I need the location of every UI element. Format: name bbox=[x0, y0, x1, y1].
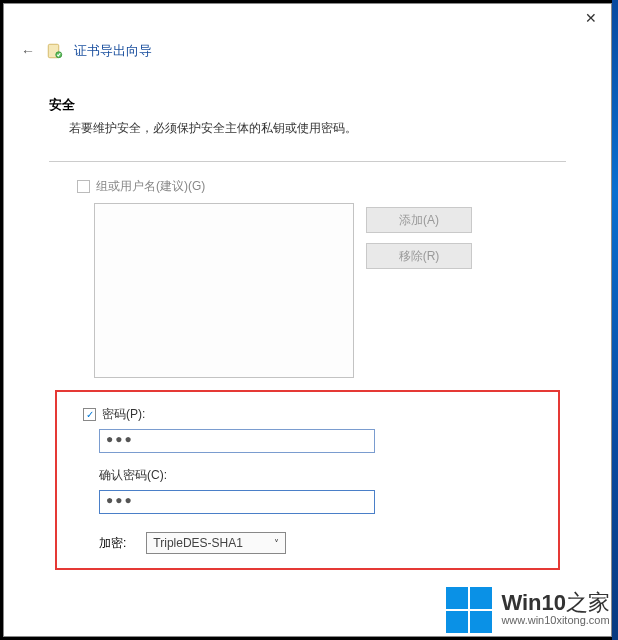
section-heading-security: 安全 bbox=[49, 96, 566, 114]
encryption-select[interactable]: TripleDES-SHA1 ˅ bbox=[146, 532, 286, 554]
windows-logo-icon bbox=[445, 586, 493, 634]
content-area: 安全 若要维护安全，必须保护安全主体的私钥或使用密码。 组或用户名(建议)(G)… bbox=[4, 66, 611, 570]
back-arrow-icon[interactable]: ← bbox=[20, 43, 36, 59]
watermark-brand-zh: 之家 bbox=[566, 590, 610, 615]
right-edge-decoration bbox=[612, 0, 618, 640]
wizard-window: ✕ ← 证书导出向导 安全 若要维护安全，必须保护安全主体的私钥或使用密码。 组… bbox=[3, 3, 612, 637]
titlebar: ✕ bbox=[4, 4, 611, 32]
group-users-label: 组或用户名(建议)(G) bbox=[96, 178, 205, 195]
users-area: 添加(A) 移除(R) bbox=[49, 203, 566, 378]
divider bbox=[49, 161, 566, 162]
password-section-highlight: ✓ 密码(P): ●●● 确认密码(C): ●●● 加密: TripleDES-… bbox=[55, 390, 560, 570]
password-checkbox[interactable]: ✓ bbox=[83, 408, 96, 421]
watermark-text: Win10之家 www.win10xitong.com bbox=[501, 592, 610, 627]
watermark: Win10之家 www.win10xitong.com bbox=[441, 582, 614, 638]
close-icon: ✕ bbox=[585, 10, 597, 26]
confirm-password-input[interactable]: ●●● bbox=[99, 490, 375, 514]
section-description: 若要维护安全，必须保护安全主体的私钥或使用密码。 bbox=[49, 120, 566, 137]
chevron-down-icon: ˅ bbox=[274, 538, 279, 549]
certificate-icon bbox=[46, 42, 64, 60]
wizard-header: ← 证书导出向导 bbox=[4, 32, 611, 66]
encryption-label: 加密: bbox=[99, 535, 126, 552]
group-users-row: 组或用户名(建议)(G) bbox=[49, 178, 566, 195]
password-checkbox-row: ✓ 密码(P): bbox=[73, 406, 542, 423]
users-listbox[interactable] bbox=[94, 203, 354, 378]
group-users-checkbox[interactable] bbox=[77, 180, 90, 193]
watermark-brand-en: Win10 bbox=[501, 590, 566, 615]
wizard-title: 证书导出向导 bbox=[74, 42, 152, 60]
side-buttons: 添加(A) 移除(R) bbox=[366, 207, 472, 269]
add-button[interactable]: 添加(A) bbox=[366, 207, 472, 233]
password-input[interactable]: ●●● bbox=[99, 429, 375, 453]
remove-button[interactable]: 移除(R) bbox=[366, 243, 472, 269]
encryption-selected-value: TripleDES-SHA1 bbox=[153, 536, 243, 550]
watermark-url: www.win10xitong.com bbox=[501, 614, 610, 627]
close-button[interactable]: ✕ bbox=[571, 4, 611, 32]
confirm-password-label: 确认密码(C): bbox=[73, 467, 542, 484]
encryption-row: 加密: TripleDES-SHA1 ˅ bbox=[73, 532, 542, 554]
password-label: 密码(P): bbox=[102, 406, 145, 423]
